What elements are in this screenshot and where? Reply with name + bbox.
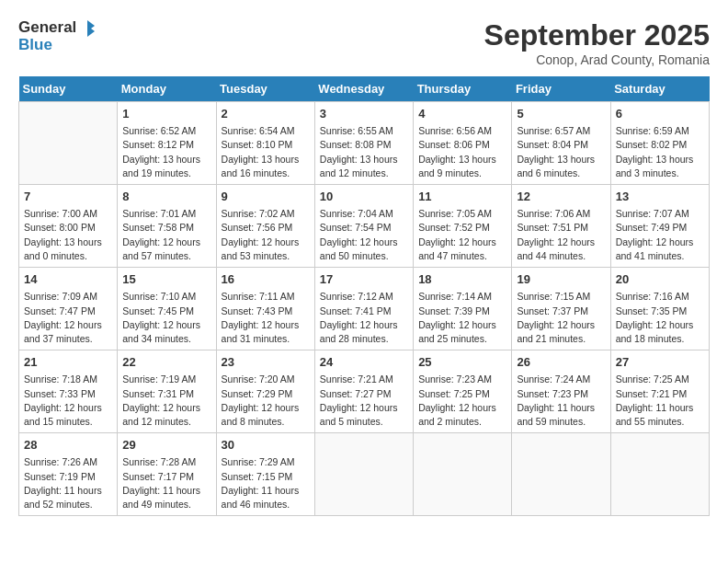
day-info: Sunrise: 7:15 AM Sunset: 7:37 PM Dayligh… (517, 290, 605, 346)
calendar-cell: 7Sunrise: 7:00 AM Sunset: 8:00 PM Daylig… (19, 185, 118, 268)
day-number: 13 (616, 189, 704, 205)
day-number: 21 (24, 354, 112, 371)
day-info: Sunrise: 6:54 AM Sunset: 8:10 PM Dayligh… (222, 124, 310, 180)
day-info: Sunrise: 6:55 AM Sunset: 8:08 PM Dayligh… (320, 124, 408, 180)
day-info: Sunrise: 7:28 AM Sunset: 7:17 PM Dayligh… (122, 455, 210, 511)
calendar-cell: 12Sunrise: 7:06 AM Sunset: 7:51 PM Dayli… (512, 185, 610, 268)
calendar-cell: 18Sunrise: 7:14 AM Sunset: 7:39 PM Dayli… (414, 268, 512, 350)
calendar-cell: 26Sunrise: 7:24 AM Sunset: 7:23 PM Dayli… (512, 350, 610, 433)
day-number: 20 (616, 271, 704, 288)
day-info: Sunrise: 7:19 AM Sunset: 7:31 PM Dayligh… (122, 373, 210, 429)
day-number: 1 (122, 106, 210, 122)
day-info: Sunrise: 7:10 AM Sunset: 7:45 PM Dayligh… (122, 290, 210, 346)
calendar-cell: 1Sunrise: 6:52 AM Sunset: 8:12 PM Daylig… (118, 102, 216, 185)
weekday-header-row: SundayMondayTuesdayWednesdayThursdayFrid… (19, 76, 710, 102)
calendar-cell: 24Sunrise: 7:21 AM Sunset: 7:27 PM Dayli… (314, 350, 413, 433)
day-info: Sunrise: 6:59 AM Sunset: 8:02 PM Dayligh… (616, 124, 704, 180)
day-number: 27 (616, 354, 704, 371)
calendar-week-row: 7Sunrise: 7:00 AM Sunset: 8:00 PM Daylig… (19, 185, 710, 268)
calendar-cell: 14Sunrise: 7:09 AM Sunset: 7:47 PM Dayli… (19, 268, 118, 350)
day-number: 3 (320, 106, 408, 122)
weekday-header-friday: Friday (512, 76, 610, 102)
day-number: 15 (122, 271, 210, 288)
calendar-cell: 25Sunrise: 7:23 AM Sunset: 7:25 PM Dayli… (414, 350, 512, 433)
calendar-cell: 29Sunrise: 7:28 AM Sunset: 7:17 PM Dayli… (118, 433, 216, 516)
day-info: Sunrise: 6:52 AM Sunset: 8:12 PM Dayligh… (122, 124, 210, 180)
month-title: September 2025 (484, 18, 710, 52)
calendar-cell: 19Sunrise: 7:15 AM Sunset: 7:37 PM Dayli… (512, 268, 610, 350)
calendar-cell: 27Sunrise: 7:25 AM Sunset: 7:21 PM Dayli… (610, 350, 709, 433)
calendar-cell: 20Sunrise: 7:16 AM Sunset: 7:35 PM Dayli… (610, 268, 709, 350)
day-number: 24 (320, 354, 408, 371)
day-info: Sunrise: 7:21 AM Sunset: 7:27 PM Dayligh… (320, 373, 408, 429)
calendar-week-row: 28Sunrise: 7:26 AM Sunset: 7:19 PM Dayli… (19, 433, 710, 516)
day-number: 9 (222, 189, 310, 205)
calendar-week-row: 21Sunrise: 7:18 AM Sunset: 7:33 PM Dayli… (19, 350, 710, 433)
day-info: Sunrise: 7:11 AM Sunset: 7:43 PM Dayligh… (222, 290, 310, 346)
calendar-cell (414, 433, 512, 516)
page-header: General Blue September 2025 Conop, Arad … (18, 18, 710, 67)
calendar-week-row: 14Sunrise: 7:09 AM Sunset: 7:47 PM Dayli… (19, 268, 710, 350)
calendar-cell: 2Sunrise: 6:54 AM Sunset: 8:10 PM Daylig… (216, 102, 314, 185)
calendar-cell: 5Sunrise: 6:57 AM Sunset: 8:04 PM Daylig… (512, 102, 610, 185)
day-number: 6 (616, 106, 704, 122)
day-number: 19 (517, 271, 605, 288)
day-info: Sunrise: 7:07 AM Sunset: 7:49 PM Dayligh… (616, 207, 704, 263)
calendar-cell: 30Sunrise: 7:29 AM Sunset: 7:15 PM Dayli… (216, 433, 314, 516)
day-info: Sunrise: 7:00 AM Sunset: 8:00 PM Dayligh… (24, 207, 112, 263)
location: Conop, Arad County, Romania (484, 52, 710, 67)
day-info: Sunrise: 7:16 AM Sunset: 7:35 PM Dayligh… (616, 290, 704, 346)
day-info: Sunrise: 7:24 AM Sunset: 7:23 PM Dayligh… (517, 373, 605, 429)
title-section: September 2025 Conop, Arad County, Roman… (484, 18, 710, 67)
day-info: Sunrise: 7:04 AM Sunset: 7:54 PM Dayligh… (320, 207, 408, 263)
day-info: Sunrise: 7:29 AM Sunset: 7:15 PM Dayligh… (222, 455, 310, 511)
calendar-cell (314, 433, 413, 516)
day-number: 23 (222, 354, 310, 371)
calendar-cell: 28Sunrise: 7:26 AM Sunset: 7:19 PM Dayli… (19, 433, 118, 516)
calendar-cell: 21Sunrise: 7:18 AM Sunset: 7:33 PM Dayli… (19, 350, 118, 433)
calendar-cell: 23Sunrise: 7:20 AM Sunset: 7:29 PM Dayli… (216, 350, 314, 433)
day-info: Sunrise: 7:06 AM Sunset: 7:51 PM Dayligh… (517, 207, 605, 263)
day-info: Sunrise: 7:25 AM Sunset: 7:21 PM Dayligh… (616, 373, 704, 429)
day-info: Sunrise: 7:02 AM Sunset: 7:56 PM Dayligh… (222, 207, 310, 263)
calendar-table: SundayMondayTuesdayWednesdayThursdayFrid… (18, 76, 710, 516)
day-info: Sunrise: 7:23 AM Sunset: 7:25 PM Dayligh… (418, 373, 506, 429)
weekday-header-saturday: Saturday (610, 76, 709, 102)
day-number: 7 (24, 189, 112, 205)
day-info: Sunrise: 7:18 AM Sunset: 7:33 PM Dayligh… (24, 373, 112, 429)
calendar-cell: 4Sunrise: 6:56 AM Sunset: 8:06 PM Daylig… (414, 102, 512, 185)
calendar-cell: 3Sunrise: 6:55 AM Sunset: 8:08 PM Daylig… (314, 102, 413, 185)
day-number: 8 (122, 189, 210, 205)
calendar-cell: 16Sunrise: 7:11 AM Sunset: 7:43 PM Dayli… (216, 268, 314, 350)
day-number: 22 (122, 354, 210, 371)
day-info: Sunrise: 7:14 AM Sunset: 7:39 PM Dayligh… (418, 290, 506, 346)
calendar-cell: 15Sunrise: 7:10 AM Sunset: 7:45 PM Dayli… (118, 268, 216, 350)
day-info: Sunrise: 6:57 AM Sunset: 8:04 PM Dayligh… (517, 124, 605, 180)
calendar-cell: 10Sunrise: 7:04 AM Sunset: 7:54 PM Dayli… (314, 185, 413, 268)
calendar-cell (512, 433, 610, 516)
day-info: Sunrise: 6:56 AM Sunset: 8:06 PM Dayligh… (418, 124, 506, 180)
calendar-cell: 8Sunrise: 7:01 AM Sunset: 7:58 PM Daylig… (118, 185, 216, 268)
calendar-cell (19, 102, 118, 185)
weekday-header-thursday: Thursday (414, 76, 512, 102)
day-number: 14 (24, 271, 112, 288)
logo: General Blue (18, 18, 97, 54)
weekday-header-sunday: Sunday (19, 76, 118, 102)
calendar-cell (610, 433, 709, 516)
logo-blue-text: Blue (18, 37, 52, 54)
day-number: 11 (418, 189, 506, 205)
day-info: Sunrise: 7:12 AM Sunset: 7:41 PM Dayligh… (320, 290, 408, 346)
day-info: Sunrise: 7:09 AM Sunset: 7:47 PM Dayligh… (24, 290, 112, 346)
day-number: 12 (517, 189, 605, 205)
weekday-header-tuesday: Tuesday (216, 76, 314, 102)
calendar-cell: 22Sunrise: 7:19 AM Sunset: 7:31 PM Dayli… (118, 350, 216, 433)
calendar-week-row: 1Sunrise: 6:52 AM Sunset: 8:12 PM Daylig… (19, 102, 710, 185)
day-number: 4 (418, 106, 506, 122)
calendar-cell: 6Sunrise: 6:59 AM Sunset: 8:02 PM Daylig… (610, 102, 709, 185)
logo-flag-icon (78, 18, 97, 37)
day-number: 26 (517, 354, 605, 371)
day-number: 25 (418, 354, 506, 371)
logo-general-text: General (18, 19, 76, 37)
logo-container: General Blue (18, 18, 97, 54)
weekday-header-monday: Monday (118, 76, 216, 102)
